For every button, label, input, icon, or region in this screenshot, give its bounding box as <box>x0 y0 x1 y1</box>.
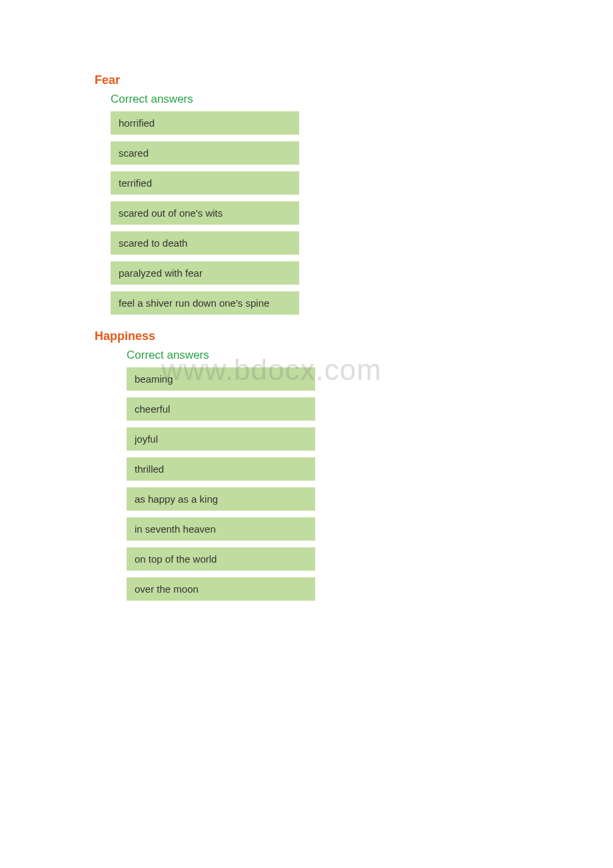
answer-item: beaming <box>127 367 315 391</box>
answer-item: cheerful <box>127 397 315 421</box>
document-page: www.bdocx.com Fear Correct answers horri… <box>0 0 613 601</box>
answer-item: horrified <box>111 111 299 135</box>
answer-item: in seventh heaven <box>127 517 315 541</box>
answer-item: paralyzed with fear <box>111 261 299 285</box>
answers-list-happiness: beaming cheerful joyful thrilled as happ… <box>127 367 613 601</box>
section-happiness: Happiness Correct answers beaming cheerf… <box>95 329 613 601</box>
section-subtitle-happiness: Correct answers <box>127 349 613 362</box>
answer-item: scared to death <box>111 231 299 255</box>
answer-item: scared out of one's wits <box>111 201 299 225</box>
answer-item: feel a shiver run down one's spine <box>111 291 299 315</box>
section-title-happiness: Happiness <box>95 329 613 343</box>
answer-item: thrilled <box>127 457 315 481</box>
answer-item: over the moon <box>127 577 315 601</box>
answer-item: terrified <box>111 171 299 195</box>
answer-item: scared <box>111 141 299 165</box>
section-subtitle-fear: Correct answers <box>111 93 613 106</box>
answer-item: as happy as a king <box>127 487 315 511</box>
answer-item: joyful <box>127 427 315 451</box>
section-fear: Fear Correct answers horrified scared te… <box>95 73 613 315</box>
answer-item: on top of the world <box>127 547 315 571</box>
answers-list-fear: horrified scared terrified scared out of… <box>111 111 613 315</box>
section-title-fear: Fear <box>95 73 613 87</box>
